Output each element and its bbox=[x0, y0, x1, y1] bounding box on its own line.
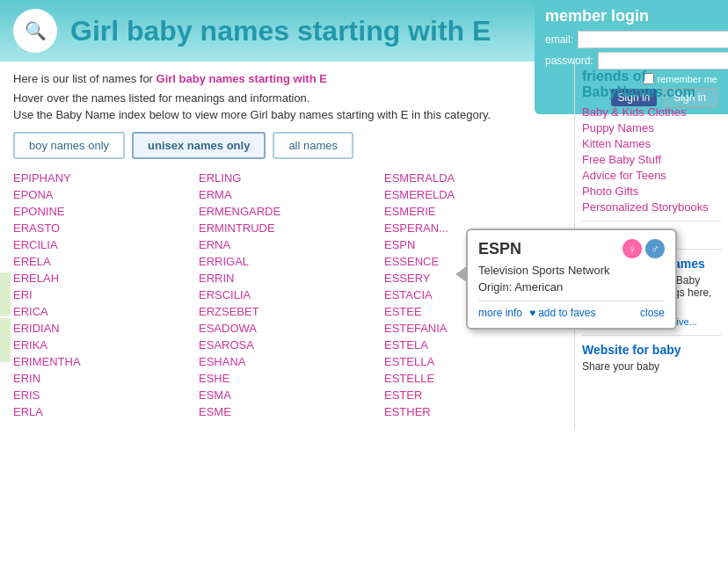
name-link[interactable]: ESAROSA bbox=[199, 337, 375, 353]
name-link[interactable]: EPONA bbox=[13, 186, 190, 203]
sidebar-link[interactable]: Photo Gifts bbox=[582, 185, 721, 198]
popup-origin: Origin: American bbox=[478, 280, 665, 294]
description-line2: Hover over the names listed for meanings… bbox=[13, 91, 561, 105]
name-link[interactable]: ERLING bbox=[199, 170, 375, 186]
name-link[interactable]: ERSCILIA bbox=[199, 287, 375, 303]
email-field[interactable] bbox=[578, 31, 728, 48]
name-link[interactable]: ESHE bbox=[199, 370, 375, 387]
name-link[interactable]: ESTHER bbox=[384, 403, 561, 420]
filter-row: boy names only unisex names only all nam… bbox=[13, 132, 561, 159]
names-column-2: ERLINGERMAERMENGARDEERMINTRUDEERNAERRIGA… bbox=[199, 170, 375, 420]
female-icon: ♀ bbox=[622, 239, 642, 258]
name-link[interactable]: ESTELLE bbox=[384, 370, 561, 387]
more-info-link[interactable]: more info bbox=[478, 307, 522, 319]
espn-popup: ESPN ♀ ♂ Television Sports Network Origi… bbox=[466, 229, 677, 330]
sidebar-link[interactable]: Puppy Names bbox=[582, 121, 721, 134]
popup-arrow bbox=[455, 265, 468, 283]
name-link[interactable]: EPIPHANY bbox=[13, 170, 190, 186]
name-link[interactable]: EPONINE bbox=[13, 203, 190, 220]
name-link[interactable]: ERLA bbox=[13, 403, 190, 420]
name-link[interactable]: ERIKA bbox=[13, 337, 190, 353]
website-baby-title[interactable]: Website for baby bbox=[582, 343, 721, 357]
name-link[interactable]: ESTER bbox=[384, 387, 561, 403]
name-link[interactable]: ERMENGARDE bbox=[199, 203, 375, 220]
description-line1: Here is our list of names for Girl baby … bbox=[13, 70, 561, 88]
popup-actions: more info ♥ add to faves close bbox=[478, 301, 665, 319]
name-link[interactable]: ESHANA bbox=[199, 353, 375, 370]
names-column-1: EPIPHANYEPONAEPONINEERASTOERCILIAERELAER… bbox=[13, 170, 190, 420]
name-link[interactable]: ERZSEBET bbox=[199, 303, 375, 320]
name-link[interactable]: ERIMENTHA bbox=[13, 353, 190, 370]
friends-title: friends of BabyNames.com bbox=[582, 69, 721, 100]
website-baby-text: Share your baby bbox=[582, 360, 721, 373]
description-line3: Use the Baby Name index below to view mo… bbox=[13, 108, 561, 121]
add-to-faves-button[interactable]: ♥ add to faves bbox=[529, 307, 596, 319]
name-link[interactable]: ERIDIAN bbox=[13, 320, 190, 337]
male-icon: ♂ bbox=[645, 239, 665, 258]
name-link[interactable]: ERELA bbox=[13, 253, 190, 270]
faves-icon: ♥ bbox=[529, 307, 535, 319]
search-icon: 🔍 bbox=[13, 9, 57, 53]
popup-close-button[interactable]: close bbox=[640, 307, 665, 319]
left-nav bbox=[0, 272, 11, 362]
name-link[interactable]: ERMA bbox=[199, 186, 375, 203]
sidebar-link[interactable]: Baby & Kids Clothes bbox=[582, 105, 721, 119]
name-link[interactable]: ERELAH bbox=[13, 270, 190, 287]
name-link[interactable]: ESME bbox=[199, 403, 375, 420]
name-link[interactable]: ERI bbox=[13, 287, 190, 303]
name-link[interactable]: ERMINTRUDE bbox=[199, 220, 375, 236]
popup-subtitle: Television Sports Network bbox=[478, 264, 665, 277]
name-link[interactable]: ESMERALDA bbox=[384, 170, 561, 186]
filter-all[interactable]: all names bbox=[273, 132, 353, 159]
sidebar-link[interactable]: Kitten Names bbox=[582, 137, 721, 150]
filter-unisex[interactable]: unisex names only bbox=[132, 132, 266, 159]
name-link[interactable]: ERIN bbox=[13, 370, 190, 387]
name-link[interactable]: ESADOWA bbox=[199, 320, 375, 337]
name-link[interactable]: ESMERELDA bbox=[384, 186, 561, 203]
page-title: Girl baby names starting with E bbox=[70, 15, 491, 47]
filter-boy[interactable]: boy names only bbox=[13, 132, 125, 159]
name-link[interactable]: ESTELLA bbox=[384, 353, 561, 370]
name-link[interactable]: ERRIGAL bbox=[199, 253, 375, 270]
name-link[interactable]: ERASTO bbox=[13, 220, 190, 236]
name-link[interactable]: ERRIN bbox=[199, 270, 375, 287]
left-tab-2[interactable] bbox=[0, 318, 11, 362]
left-tab-1[interactable] bbox=[0, 272, 11, 316]
popup-header: ESPN ♀ ♂ bbox=[478, 239, 665, 258]
popup-name: ESPN bbox=[478, 240, 521, 258]
popup-gender-icons: ♀ ♂ bbox=[622, 239, 665, 258]
name-link[interactable]: ESTELA bbox=[384, 337, 561, 353]
email-label: email: bbox=[545, 33, 573, 46]
sidebar-link[interactable]: Personalized Storybooks bbox=[582, 200, 721, 214]
name-link[interactable]: ERIS bbox=[13, 387, 190, 403]
sidebar-link[interactable]: Free Baby Stuff bbox=[582, 153, 721, 166]
name-link[interactable]: ERCILIA bbox=[13, 236, 190, 253]
login-title: member login bbox=[545, 7, 717, 25]
name-link[interactable]: ESMA bbox=[199, 387, 375, 403]
name-link[interactable]: ESMERIE bbox=[384, 203, 561, 220]
name-link[interactable]: ERNA bbox=[199, 236, 375, 253]
sidebar-link[interactable]: Advice for Teens bbox=[582, 169, 721, 182]
name-link[interactable]: ERICA bbox=[13, 303, 190, 320]
